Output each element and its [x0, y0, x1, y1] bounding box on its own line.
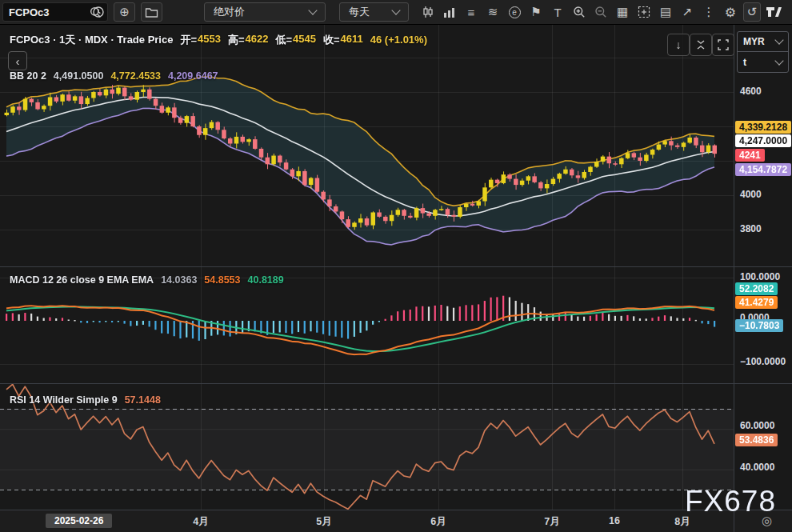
plus-circle-icon: ⊕ [119, 5, 130, 19]
open-layout-button[interactable] [141, 2, 162, 22]
interval-select[interactable]: 每天 [339, 2, 409, 22]
clock-icon [92, 6, 105, 18]
scroll-to-latest-button[interactable]: ↓ [667, 34, 690, 56]
time-axis-label: 16 [586, 515, 642, 526]
ohlc-value: 4622 [246, 33, 269, 47]
toolbar-icon-group: ≡≋e⚑T▦▤↗⋮⚙↺ [419, 0, 782, 24]
bars-chart-icon[interactable] [441, 2, 458, 22]
ohlc-pair: 低=4545 [275, 33, 316, 47]
axis-tick: −100.0000 [740, 356, 786, 367]
collapse-icon [695, 39, 706, 50]
axis-tick: 40.0000 [740, 462, 774, 473]
screenshot-icon[interactable] [635, 2, 653, 22]
unit-select[interactable]: t [738, 52, 788, 72]
fullscreen-pane-button[interactable] [712, 34, 734, 56]
indicator-value: 40.8189 [248, 274, 284, 286]
currency-value: MYR [743, 36, 765, 47]
currency-unit-box: MYR t [737, 31, 789, 73]
macd-name: MACD 12 26 close 9 EMA EMA [10, 274, 154, 286]
fx678-watermark: FX678 [685, 485, 776, 518]
ohlc-values: 开=4553高=4622低=4545收=4611 [180, 33, 362, 47]
ohlc-label: 低= [275, 33, 292, 47]
indicator-value: 4,772.4533 [110, 70, 161, 82]
folder-icon [145, 6, 158, 18]
zoom-out-icon[interactable] [592, 2, 610, 22]
alert-flag-icon[interactable]: ⚑ [527, 2, 545, 22]
axis-tick: 3800 [740, 223, 762, 234]
currency-select[interactable]: MYR [738, 32, 788, 52]
rsi-indicator-legend[interactable]: RSI 14 Wilder Simple 9 57.1448 [10, 394, 161, 406]
pane-divider [0, 510, 792, 510]
fullscreen-icon [718, 39, 729, 50]
text-tool-icon[interactable]: T [549, 2, 566, 22]
ohlc-pair: 收=4611 [323, 33, 363, 47]
undo-icon[interactable]: ↺ [743, 2, 761, 22]
time-axis-label: 6月 [410, 515, 466, 529]
pane-divider[interactable] [0, 266, 792, 267]
export-chart-icon[interactable]: ↗ [678, 2, 696, 22]
axis-value-badge: −10.7803 [735, 319, 783, 332]
macd-indicator-legend[interactable]: MACD 12 26 close 9 EMA EMA 14.036354.855… [10, 274, 284, 286]
axis-value-badge: 4,154.7872 [735, 163, 791, 176]
change-value: 46 (+1.01%) [370, 34, 427, 46]
pane-divider[interactable] [0, 383, 792, 384]
ohlc-value: 4553 [198, 33, 221, 47]
chevron-down-icon [774, 35, 783, 44]
more-options-icon[interactable]: ⋮ [700, 2, 718, 22]
axis-tick: 4000 [740, 189, 762, 200]
axis-tick: 60.0000 [740, 420, 774, 431]
waves-icon[interactable]: ≋ [484, 2, 502, 22]
notes-icon[interactable]: ▤ [657, 2, 674, 22]
compare-lines-icon[interactable]: ≡ [462, 2, 480, 22]
add-symbol-button[interactable]: ⊕ [114, 2, 135, 22]
settings-gear-icon[interactable]: ⚙ [722, 2, 739, 22]
time-axis-label: 7月 [524, 515, 580, 529]
circled-e-glyph: e [509, 6, 521, 18]
indicator-value: 14.0363 [161, 274, 197, 286]
indicator-value: 57.1448 [125, 394, 161, 406]
axis-value-badge: 4241 [735, 149, 765, 162]
price-mode-value: 绝对价 [214, 5, 245, 19]
rsi-name: RSI 14 Wilder Simple 9 [10, 394, 118, 406]
axis-tick: 4600 [740, 86, 762, 97]
symbol-title: FCPOc3 · 1天 · MDX · Trade Price [10, 33, 173, 47]
price-pane-canvas[interactable] [0, 24, 734, 266]
ohlc-label: 高= [228, 33, 245, 47]
axis-value-badge: 41.4279 [735, 296, 778, 309]
indicator-value: 4,209.6467 [168, 70, 218, 82]
axis-value-badge: 4,339.2128 [735, 121, 791, 134]
time-axis[interactable]: 2025-02-26 4月5月6月7月168月 [0, 510, 792, 532]
chevron-down-icon [391, 6, 400, 14]
table-icon[interactable]: ▦ [614, 2, 631, 22]
time-axis-label: 4月 [173, 515, 229, 529]
trading-chart-app: FCPOc3 ⊕ 绝对价 每天 ≡≋e⚑T▦▤↗⋮⚙↺ FCPOc3 · 1 [0, 0, 792, 532]
ohlc-label: 开= [180, 33, 197, 47]
price-mode-select[interactable]: 绝对价 [204, 2, 326, 22]
unit-value: t [743, 57, 746, 68]
bb-indicator-legend[interactable]: BB 20 2 4,491.05004,772.45334,209.6467 [10, 70, 218, 82]
back-button[interactable]: ‹ [8, 51, 27, 70]
bb-name: BB 20 2 [10, 70, 46, 82]
interval-value: 每天 [349, 5, 370, 19]
arrow-down-icon: ↓ [676, 38, 682, 51]
price-axis-separator[interactable] [734, 24, 734, 532]
axis-tick: 100.0000 [740, 271, 780, 282]
ohlc-pair: 高=4622 [228, 33, 269, 47]
chart-history-button[interactable] [88, 2, 109, 22]
axis-value-badge: 53.4836 [735, 434, 778, 446]
zoom-in-icon[interactable] [570, 2, 588, 22]
chevron-down-icon [308, 6, 317, 14]
top-toolbar: FCPOc3 ⊕ 绝对价 每天 ≡≋e⚑T▦▤↗⋮⚙↺ [0, 0, 792, 25]
circled-e-icon[interactable]: e [506, 2, 523, 22]
symbol-search-value: FCPOc3 [9, 6, 50, 18]
symbol-legend-row[interactable]: FCPOc3 · 1天 · MDX · Trade Price 开=4553高=… [10, 33, 427, 47]
chevron-left-icon: ‹ [16, 54, 20, 68]
collapse-pane-button[interactable] [690, 34, 712, 56]
tradingview-logo-icon[interactable] [765, 2, 782, 22]
indicator-value: 4,491.0500 [54, 70, 104, 82]
axis-value-badge: 4,247.0000 [735, 134, 791, 147]
time-axis-label: 5月 [296, 515, 352, 529]
ohlc-value: 4611 [341, 33, 363, 47]
ohlc-pair: 开=4553 [180, 33, 221, 47]
candles-style-icon[interactable] [419, 2, 437, 22]
